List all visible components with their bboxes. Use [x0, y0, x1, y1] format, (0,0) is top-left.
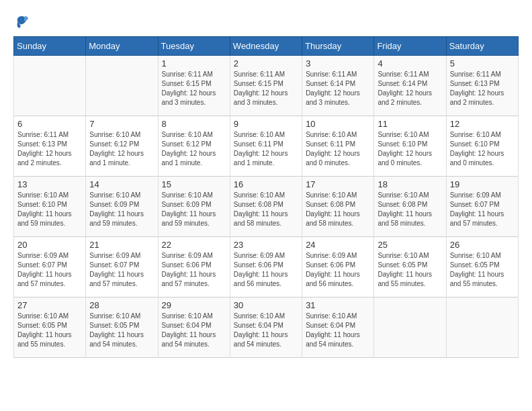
day-info: Sunrise: 6:10 AM Sunset: 6:08 PM Dayligh…	[378, 191, 442, 228]
logo-icon	[13, 13, 30, 30]
day-info: Sunrise: 6:10 AM Sunset: 6:04 PM Dayligh…	[162, 312, 226, 349]
calendar-cell: 19Sunrise: 6:09 AM Sunset: 6:07 PM Dayli…	[446, 177, 518, 237]
day-number: 14	[89, 179, 154, 189]
day-info: Sunrise: 6:10 AM Sunset: 6:08 PM Dayligh…	[306, 191, 370, 228]
day-number: 27	[17, 300, 82, 310]
day-number: 10	[306, 119, 370, 129]
day-number: 30	[234, 300, 298, 310]
calendar-cell: 26Sunrise: 6:10 AM Sunset: 6:05 PM Dayli…	[446, 237, 518, 298]
day-number: 4	[378, 58, 442, 68]
calendar-cell: 1Sunrise: 6:11 AM Sunset: 6:15 PM Daylig…	[158, 56, 230, 116]
calendar-cell: 23Sunrise: 6:09 AM Sunset: 6:06 PM Dayli…	[230, 237, 302, 298]
calendar-cell: 3Sunrise: 6:11 AM Sunset: 6:14 PM Daylig…	[302, 56, 374, 116]
day-number: 8	[162, 119, 226, 129]
calendar-cell: 13Sunrise: 6:10 AM Sunset: 6:10 PM Dayli…	[14, 177, 86, 237]
day-header-sunday: Sunday	[14, 37, 86, 56]
calendar-week-row: 6Sunrise: 6:11 AM Sunset: 6:13 PM Daylig…	[14, 116, 519, 177]
day-info: Sunrise: 6:10 AM Sunset: 6:10 PM Dayligh…	[450, 130, 515, 168]
calendar-cell: 2Sunrise: 6:11 AM Sunset: 6:15 PM Daylig…	[230, 56, 302, 116]
day-info: Sunrise: 6:09 AM Sunset: 6:07 PM Dayligh…	[450, 191, 515, 228]
calendar-week-row: 27Sunrise: 6:10 AM Sunset: 6:05 PM Dayli…	[14, 298, 519, 358]
day-info: Sunrise: 6:09 AM Sunset: 6:06 PM Dayligh…	[162, 251, 226, 289]
calendar-cell: 10Sunrise: 6:10 AM Sunset: 6:11 PM Dayli…	[302, 116, 374, 177]
calendar-cell: 15Sunrise: 6:10 AM Sunset: 6:09 PM Dayli…	[158, 177, 230, 237]
day-number: 20	[17, 240, 82, 250]
day-number: 12	[450, 119, 515, 129]
calendar-cell: 17Sunrise: 6:10 AM Sunset: 6:08 PM Dayli…	[302, 177, 374, 237]
calendar-cell: 8Sunrise: 6:10 AM Sunset: 6:12 PM Daylig…	[158, 116, 230, 177]
day-number: 11	[378, 119, 442, 129]
day-info: Sunrise: 6:10 AM Sunset: 6:08 PM Dayligh…	[234, 191, 298, 228]
day-info: Sunrise: 6:09 AM Sunset: 6:06 PM Dayligh…	[306, 251, 370, 289]
day-info: Sunrise: 6:10 AM Sunset: 6:09 PM Dayligh…	[162, 191, 226, 228]
calendar-cell: 31Sunrise: 6:10 AM Sunset: 6:04 PM Dayli…	[302, 298, 374, 358]
calendar-cell: 20Sunrise: 6:09 AM Sunset: 6:07 PM Dayli…	[14, 237, 86, 298]
day-number: 3	[306, 58, 370, 68]
day-info: Sunrise: 6:11 AM Sunset: 6:15 PM Dayligh…	[234, 70, 298, 107]
day-number: 28	[89, 300, 154, 310]
day-info: Sunrise: 6:11 AM Sunset: 6:14 PM Dayligh…	[378, 70, 442, 107]
day-number: 7	[89, 119, 154, 129]
day-number: 1	[162, 58, 226, 68]
calendar-week-row: 1Sunrise: 6:11 AM Sunset: 6:15 PM Daylig…	[14, 56, 519, 116]
day-info: Sunrise: 6:10 AM Sunset: 6:05 PM Dayligh…	[450, 251, 515, 289]
day-info: Sunrise: 6:10 AM Sunset: 6:05 PM Dayligh…	[89, 312, 154, 349]
day-info: Sunrise: 6:10 AM Sunset: 6:10 PM Dayligh…	[17, 191, 82, 228]
day-info: Sunrise: 6:10 AM Sunset: 6:12 PM Dayligh…	[89, 130, 154, 168]
day-info: Sunrise: 6:09 AM Sunset: 6:07 PM Dayligh…	[17, 251, 82, 289]
day-info: Sunrise: 6:11 AM Sunset: 6:15 PM Dayligh…	[162, 70, 226, 107]
calendar-cell: 11Sunrise: 6:10 AM Sunset: 6:10 PM Dayli…	[374, 116, 446, 177]
calendar-cell: 7Sunrise: 6:10 AM Sunset: 6:12 PM Daylig…	[86, 116, 158, 177]
day-number: 9	[234, 119, 298, 129]
day-info: Sunrise: 6:10 AM Sunset: 6:11 PM Dayligh…	[234, 130, 298, 168]
calendar-cell: 21Sunrise: 6:09 AM Sunset: 6:07 PM Dayli…	[86, 237, 158, 298]
calendar-cell: 18Sunrise: 6:10 AM Sunset: 6:08 PM Dayli…	[374, 177, 446, 237]
day-info: Sunrise: 6:11 AM Sunset: 6:13 PM Dayligh…	[450, 70, 515, 107]
day-info: Sunrise: 6:10 AM Sunset: 6:04 PM Dayligh…	[306, 312, 370, 349]
day-number: 2	[234, 58, 298, 68]
day-number: 25	[378, 240, 442, 250]
day-number: 15	[162, 179, 226, 189]
day-info: Sunrise: 6:11 AM Sunset: 6:14 PM Dayligh…	[306, 70, 370, 107]
calendar-cell	[86, 56, 158, 116]
day-number: 16	[234, 179, 298, 189]
calendar-cell: 28Sunrise: 6:10 AM Sunset: 6:05 PM Dayli…	[86, 298, 158, 358]
day-info: Sunrise: 6:10 AM Sunset: 6:12 PM Dayligh…	[162, 130, 226, 168]
day-number: 19	[450, 179, 515, 189]
day-number: 26	[450, 240, 515, 250]
day-info: Sunrise: 6:10 AM Sunset: 6:09 PM Dayligh…	[89, 191, 154, 228]
day-header-monday: Monday	[86, 37, 158, 56]
calendar-cell: 29Sunrise: 6:10 AM Sunset: 6:04 PM Dayli…	[158, 298, 230, 358]
day-info: Sunrise: 6:09 AM Sunset: 6:06 PM Dayligh…	[234, 251, 298, 289]
calendar-cell: 9Sunrise: 6:10 AM Sunset: 6:11 PM Daylig…	[230, 116, 302, 177]
calendar-cell: 12Sunrise: 6:10 AM Sunset: 6:10 PM Dayli…	[446, 116, 518, 177]
day-info: Sunrise: 6:11 AM Sunset: 6:13 PM Dayligh…	[17, 130, 82, 168]
logo	[13, 13, 32, 30]
calendar-cell: 24Sunrise: 6:09 AM Sunset: 6:06 PM Dayli…	[302, 237, 374, 298]
page-header	[13, 13, 519, 30]
day-number: 31	[306, 300, 370, 310]
day-info: Sunrise: 6:09 AM Sunset: 6:07 PM Dayligh…	[89, 251, 154, 289]
day-info: Sunrise: 6:10 AM Sunset: 6:10 PM Dayligh…	[378, 130, 442, 168]
calendar-cell: 14Sunrise: 6:10 AM Sunset: 6:09 PM Dayli…	[86, 177, 158, 237]
day-header-friday: Friday	[374, 37, 446, 56]
calendar-cell: 6Sunrise: 6:11 AM Sunset: 6:13 PM Daylig…	[14, 116, 86, 177]
day-info: Sunrise: 6:10 AM Sunset: 6:11 PM Dayligh…	[306, 130, 370, 168]
day-number: 5	[450, 58, 515, 68]
day-header-wednesday: Wednesday	[230, 37, 302, 56]
day-info: Sunrise: 6:10 AM Sunset: 6:05 PM Dayligh…	[17, 312, 82, 349]
calendar-week-row: 13Sunrise: 6:10 AM Sunset: 6:10 PM Dayli…	[14, 177, 519, 237]
calendar-cell: 16Sunrise: 6:10 AM Sunset: 6:08 PM Dayli…	[230, 177, 302, 237]
day-number: 13	[17, 179, 82, 189]
day-number: 18	[378, 179, 442, 189]
calendar-cell	[446, 298, 518, 358]
calendar-cell: 5Sunrise: 6:11 AM Sunset: 6:13 PM Daylig…	[446, 56, 518, 116]
calendar-cell: 25Sunrise: 6:10 AM Sunset: 6:05 PM Dayli…	[374, 237, 446, 298]
calendar-cell: 22Sunrise: 6:09 AM Sunset: 6:06 PM Dayli…	[158, 237, 230, 298]
calendar-table: SundayMondayTuesdayWednesdayThursdayFrid…	[13, 36, 519, 358]
day-header-tuesday: Tuesday	[158, 37, 230, 56]
day-number: 22	[162, 240, 226, 250]
day-info: Sunrise: 6:10 AM Sunset: 6:05 PM Dayligh…	[378, 251, 442, 289]
calendar-cell	[374, 298, 446, 358]
day-header-saturday: Saturday	[446, 37, 518, 56]
